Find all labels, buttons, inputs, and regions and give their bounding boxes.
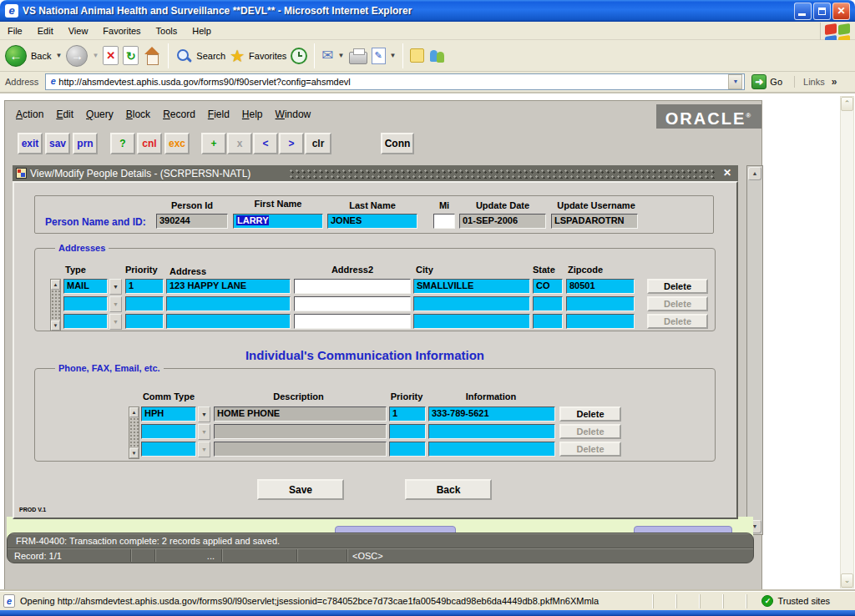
oracle-menu-edit[interactable]: Edit [56,109,73,120]
comm-information-field[interactable]: 333-789-5621 [428,406,555,422]
notes-icon[interactable] [410,48,424,63]
clear-button[interactable]: clr [305,133,331,154]
edit-icon[interactable]: ✎ [372,48,386,64]
stop-button[interactable]: ✕ [103,46,119,65]
insert-record-button[interactable]: + [201,133,226,154]
favorites-label[interactable]: Favorites [249,51,286,61]
comm-information-field[interactable] [428,442,555,457]
comm-priority-field[interactable]: 1 [389,406,426,422]
search-label[interactable]: Search [196,51,225,61]
addresses-scrollbar[interactable]: ▲ ▼ [50,279,61,331]
state-field[interactable]: CO [533,279,563,294]
menu-tools[interactable]: Tools [149,23,185,38]
address-field[interactable]: 123 HAPPY LANE [166,279,291,294]
security-zone-label[interactable]: Trusted sites [777,596,830,606]
scroll-up-icon[interactable]: ▲ [51,280,60,290]
mail-icon[interactable]: ✉ [321,47,333,64]
edit-dropdown-icon[interactable]: ▼ [390,52,397,59]
address2-field[interactable] [294,314,411,329]
oracle-menu-query[interactable]: Query [86,109,114,120]
home-button[interactable] [143,47,161,65]
oracle-menu-field[interactable]: Field [208,109,230,120]
favorites-icon[interactable]: ★ [230,46,245,66]
comm-type-field[interactable]: HPH [141,406,196,422]
city-field[interactable] [413,296,530,311]
form-save-button[interactable]: Save [257,479,344,500]
address2-field[interactable] [294,296,411,311]
first-name-field[interactable]: LARRY [233,214,323,229]
scroll-up-icon[interactable]: ▲ [129,407,139,417]
scroll-up-icon[interactable]: ⌃ [841,97,853,111]
scroll-up-icon[interactable]: ▲ [748,167,761,180]
refresh-button[interactable]: ↻ [123,46,139,65]
help-button[interactable]: ? [110,133,135,154]
go-button[interactable]: ➜ Go [751,74,782,89]
communication-scrollbar[interactable]: ▲ ▼ [129,406,139,459]
last-name-field[interactable]: JONES [327,214,417,229]
form-close-icon[interactable]: ✕ [721,167,733,179]
exit-button[interactable]: exit [18,133,43,154]
save-button[interactable]: sav [45,133,70,154]
mail-dropdown-icon[interactable]: ▼ [338,52,345,59]
comm-type-field[interactable] [141,442,196,457]
zipcode-field[interactable] [566,296,635,311]
comm-delete-button[interactable]: Delete [559,406,621,422]
menu-view[interactable]: View [61,23,96,38]
address-field[interactable] [166,314,291,329]
menu-edit[interactable]: Edit [30,23,61,38]
scroll-down-icon[interactable]: ⌄ [841,573,853,588]
city-field[interactable] [413,314,530,329]
address-dropdown-button[interactable]: ▼ [728,74,742,89]
conn-button[interactable]: Conn [381,133,414,154]
search-icon[interactable] [175,48,192,64]
state-field[interactable] [533,314,563,329]
messenger-icon[interactable] [428,48,447,63]
menu-favorites[interactable]: Favorites [95,23,148,38]
state-field[interactable] [533,296,563,311]
next-record-button[interactable]: > [279,133,304,154]
browser-scrollbar[interactable]: ⌃ ⌄ [840,96,854,588]
comm-type-dropdown[interactable]: ▼ [198,406,210,422]
address-delete-button[interactable]: Delete [647,279,708,294]
address-priority-field[interactable]: 1 [125,279,164,294]
city-field[interactable]: SMALLVILLE [413,279,530,294]
links-bar[interactable]: Links » [794,76,837,88]
oracle-menu-window[interactable]: Window [276,109,311,120]
previous-record-button[interactable]: < [253,133,278,154]
oracle-menu-record[interactable]: Record [163,109,195,120]
links-chevron-icon[interactable]: » [832,76,837,88]
restore-button[interactable] [813,3,831,20]
history-icon[interactable] [291,48,307,64]
minimize-button[interactable] [794,3,812,20]
address-priority-field[interactable] [125,296,164,311]
applet-scrollbar[interactable]: ▲ ▼ [746,165,763,535]
address-type-dropdown[interactable]: ▼ [109,279,122,295]
mi-field[interactable] [433,214,455,229]
oracle-menu-action[interactable]: Action [16,109,43,120]
print-icon[interactable] [349,52,367,64]
cancel-button[interactable]: cnl [137,133,162,154]
comm-type-field[interactable] [141,424,196,439]
scroll-down-icon[interactable]: ▼ [129,448,139,458]
zipcode-field[interactable] [566,314,635,329]
scroll-down-icon[interactable]: ▼ [51,321,60,331]
comm-information-field[interactable] [428,424,555,439]
back-dropdown-icon[interactable]: ▼ [55,52,62,59]
menu-help[interactable]: Help [185,23,219,38]
menu-file[interactable]: File [0,23,30,38]
links-label[interactable]: Links [803,77,825,87]
comm-priority-field[interactable] [389,424,426,439]
address-type-field[interactable]: MAIL [63,279,108,294]
print-button[interactable]: prn [73,133,98,154]
zipcode-field[interactable]: 80501 [566,279,635,294]
address-field[interactable] [166,296,291,311]
oracle-menu-block[interactable]: Block [126,109,150,120]
address-type-field[interactable] [63,296,108,311]
address-priority-field[interactable] [125,314,164,329]
close-button[interactable]: ✕ [832,3,850,20]
oracle-menu-help[interactable]: Help [242,109,263,120]
address-type-field[interactable] [63,314,108,329]
address2-field[interactable] [294,279,411,294]
address-input[interactable] [58,75,728,88]
execute-button[interactable]: exc [164,133,190,154]
